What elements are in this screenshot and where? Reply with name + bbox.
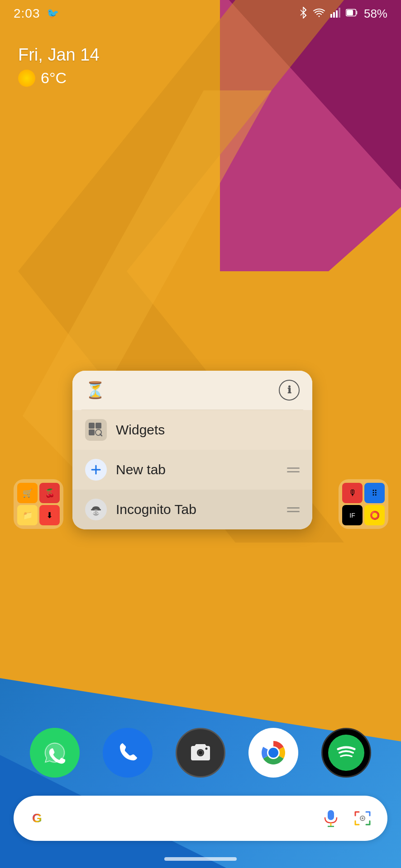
status-bar: 2:03 🐦 (0, 0, 401, 27)
left-app-folder[interactable]: 🛒 🍒 📁 ⬇ (14, 479, 67, 533)
svg-text:G: G (32, 811, 42, 825)
new-tab-label: New tab (116, 462, 278, 477)
incognito-icon (85, 499, 107, 520)
battery-icon (346, 9, 358, 19)
dock (0, 728, 401, 778)
wifi-icon (313, 8, 325, 19)
svg-rect-1 (333, 12, 335, 18)
incognito-tab-menu-item[interactable]: Incognito Tab (72, 490, 312, 529)
new-tab-menu-item[interactable]: New tab (72, 450, 312, 490)
whatsapp-app-icon[interactable] (30, 728, 80, 778)
chrome-app-icon[interactable] (248, 728, 298, 778)
svg-rect-5 (356, 11, 357, 14)
incognito-label: Incognito Tab (116, 502, 278, 517)
temperature-display: 6°C (41, 69, 67, 87)
drag-handle-incognito (287, 507, 300, 512)
phone-app-icon[interactable] (103, 728, 153, 778)
svg-point-20 (205, 748, 207, 750)
svg-rect-6 (347, 10, 353, 15)
hourglass-icon: ⏳ (85, 381, 105, 400)
chrome-shortcut-menu: ⏳ ℹ Widgets New tab (72, 371, 312, 529)
widgets-label: Widgets (116, 422, 300, 438)
drag-handle-new-tab (287, 467, 300, 472)
svg-point-15 (94, 512, 95, 513)
google-search-bar[interactable]: G G (14, 796, 387, 841)
spotify-app-icon[interactable] (321, 728, 371, 778)
right-app-folder[interactable]: 🎙 ⠿ IF ⭕ (339, 479, 392, 533)
info-icon: ℹ (287, 384, 291, 396)
svg-rect-9 (89, 429, 95, 435)
widgets-menu-item[interactable]: Widgets (72, 410, 312, 450)
folder-app-icon[interactable]: 📁 (17, 505, 38, 525)
ifttt-app-icon[interactable]: IF (342, 505, 363, 525)
cherry-app-icon[interactable]: 🍒 (39, 483, 60, 503)
weather-icon (18, 70, 35, 87)
date-weather-widget: Fri, Jan 14 6°C (18, 45, 100, 87)
svg-rect-0 (330, 14, 332, 18)
svg-rect-2 (336, 10, 338, 18)
svg-rect-7 (89, 423, 95, 429)
date-display: Fri, Jan 14 (18, 45, 100, 65)
signal-icon (330, 8, 340, 20)
new-tab-icon (85, 459, 107, 481)
home-indicator (164, 857, 237, 861)
google-lens-button[interactable] (350, 806, 375, 830)
google-logo: G G (26, 806, 52, 831)
status-icons: 58% (299, 7, 387, 21)
svg-point-19 (199, 751, 202, 755)
voice-search-button[interactable] (319, 806, 343, 830)
widgets-icon (85, 419, 107, 441)
svg-point-16 (97, 512, 99, 513)
svg-point-23 (268, 748, 278, 758)
amazon-app-icon[interactable]: 🛒 (17, 483, 38, 503)
download-app-icon[interactable]: ⬇ (39, 505, 60, 525)
twitter-icon: 🐦 (47, 8, 59, 19)
camera-app-icon[interactable] (176, 728, 225, 778)
menu-top-row: ⏳ ℹ (72, 371, 312, 410)
svg-rect-26 (328, 810, 334, 820)
status-time: 2:03 (14, 6, 40, 21)
svg-rect-3 (339, 8, 340, 18)
svg-rect-8 (95, 423, 101, 429)
grid-app-icon[interactable]: ⠿ (364, 483, 385, 503)
battery-percent: 58% (364, 7, 387, 21)
svg-point-30 (362, 817, 363, 819)
bluetooth-icon (299, 7, 308, 21)
circle-app-icon[interactable]: ⭕ (364, 505, 385, 525)
podcast-app-icon[interactable]: 🎙 (342, 483, 363, 503)
info-button[interactable]: ℹ (279, 380, 300, 401)
